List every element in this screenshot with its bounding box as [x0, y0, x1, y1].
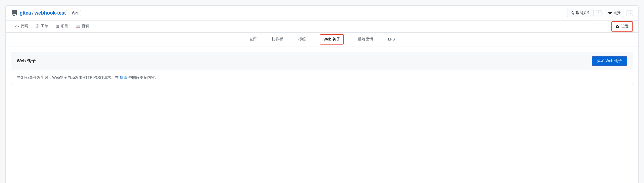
settings-tab-bushu[interactable]: 部署密钥: [357, 33, 374, 46]
tab-wiki-label: 百科: [82, 24, 89, 29]
section-header: Web 钩子 添加 Web 钩子: [11, 52, 633, 70]
add-webhook-button[interactable]: 添加 Web 钩子: [592, 56, 627, 66]
settings-tab-lfs-label: LFS: [388, 37, 395, 41]
guide-link[interactable]: 指南: [120, 75, 127, 80]
repo-owner-link[interactable]: gitea: [20, 10, 31, 16]
header: gitea / webhook-test 内部 取消关注 1 点赞 0: [6, 6, 638, 21]
settings-tab-biaoqian-label: 标签: [298, 37, 306, 41]
tab-issues-label: 工单: [41, 24, 48, 29]
settings-label: 设置: [621, 24, 629, 29]
wiki-icon: 📖: [76, 24, 80, 28]
star-label: 点赞: [614, 11, 621, 15]
page-wrapper: gitea / webhook-test 内部 取消关注 1 点赞 0: [5, 5, 639, 183]
tab-projects[interactable]: ▦ 项目: [52, 21, 72, 32]
settings-tab-hezuozhe-label: 协作者: [272, 37, 283, 41]
tab-wiki[interactable]: 📖 百科: [72, 21, 93, 32]
tab-issues[interactable]: ⓘ 工单: [32, 21, 52, 32]
section-body: 当Gitea事件发生时，Web钩子自动发出HTTP POST请求。在 指南 中阅…: [11, 70, 633, 85]
code-icon: <>: [15, 24, 19, 28]
star-icon: [608, 11, 612, 15]
settings-button[interactable]: 设置: [611, 21, 633, 32]
settings-tabs: 仓库 协作者 标签 Web 钩子 部署密钥 LFS: [6, 33, 638, 46]
visibility-badge: 内部: [70, 10, 81, 16]
settings-tab-lfs[interactable]: LFS: [387, 33, 396, 46]
settings-tab-biaoqian[interactable]: 标签: [297, 33, 307, 46]
star-count: 0: [626, 10, 633, 16]
settings-icon: [616, 25, 619, 28]
settings-tab-cangku-label: 仓库: [249, 37, 257, 41]
repo-name-link[interactable]: webhook-test: [35, 10, 66, 16]
nav-tabs-left: <> 代码 ⓘ 工单 ▦ 项目 📖 百科: [11, 21, 93, 32]
header-right: 取消关注 1 点赞 0: [567, 9, 633, 17]
tab-projects-label: 项目: [61, 24, 68, 29]
description-prefix: 当Gitea事件发生时，Web钩子自动发出HTTP POST请求。在: [17, 75, 119, 80]
repo-separator: /: [32, 10, 33, 16]
tab-code[interactable]: <> 代码: [11, 21, 32, 32]
description-suffix: 中阅读更多内容。: [128, 75, 159, 80]
header-left: gitea / webhook-test 内部: [11, 10, 81, 16]
eye-slash-icon: [571, 11, 574, 15]
main-content: Web 钩子 添加 Web 钩子 当Gitea事件发生时，Web钩子自动发出HT…: [6, 46, 638, 90]
watch-button[interactable]: 取消关注: [567, 9, 594, 17]
nav-tabs: <> 代码 ⓘ 工单 ▦ 项目 📖 百科 设置: [6, 21, 638, 33]
settings-tab-webhook[interactable]: Web 钩子: [320, 34, 344, 45]
section-title: Web 钩子: [17, 58, 36, 64]
settings-tab-bushu-label: 部署密钥: [358, 37, 373, 41]
watch-count: 1: [596, 10, 602, 16]
projects-icon: ▦: [56, 24, 59, 28]
watch-label: 取消关注: [576, 11, 590, 15]
settings-tab-hezuozhe[interactable]: 协作者: [271, 33, 284, 46]
tab-code-label: 代码: [20, 24, 28, 29]
star-button[interactable]: 点赞: [605, 9, 624, 17]
repo-path: gitea / webhook-test: [20, 10, 66, 16]
issues-icon: ⓘ: [36, 24, 39, 29]
settings-tab-webhook-label: Web 钩子: [324, 37, 340, 41]
settings-tab-cangku[interactable]: 仓库: [248, 33, 258, 46]
repo-icon: [11, 10, 18, 16]
